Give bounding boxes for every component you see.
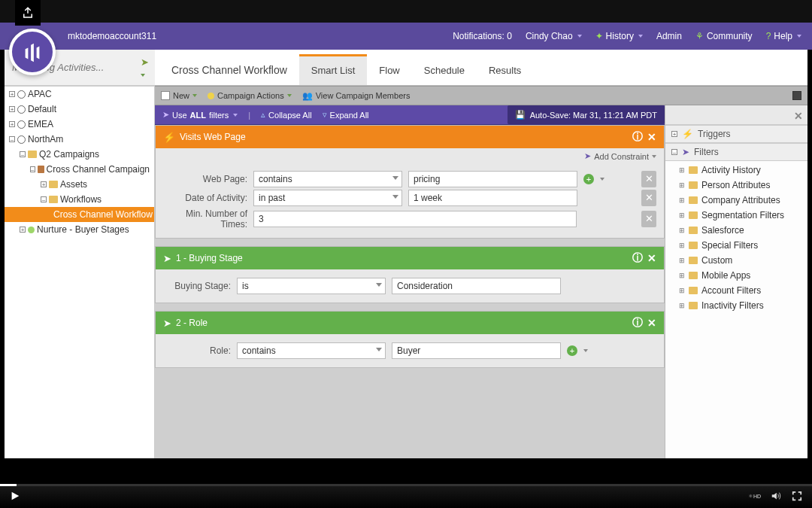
tree-node-workflows[interactable]: –Workflows xyxy=(5,192,154,207)
chevron-down-icon xyxy=(287,94,292,97)
volume-button[interactable] xyxy=(770,490,782,502)
content: ➤ +APAC +Default +EMEA –NorthAm –Q2 Camp… xyxy=(5,50,807,458)
operator-select[interactable]: contains xyxy=(237,342,386,359)
card-header[interactable]: ➤ 2 - Role ⓘ ✕ xyxy=(156,312,664,334)
page-title: Cross Channel Workflow xyxy=(159,53,299,85)
rp-item[interactable]: ⊞Person Attributes xyxy=(665,178,807,193)
remove-button[interactable]: ✕ xyxy=(641,211,656,227)
add-constraint-button[interactable]: ➤Add Constraint xyxy=(584,151,656,161)
card-header[interactable]: ⚡ Visits Web Page ⓘ ✕ xyxy=(156,126,664,148)
globe-icon xyxy=(17,90,26,99)
rp-item[interactable]: ⊞Segmentation Filters xyxy=(665,208,807,223)
history-menu[interactable]: ✦History xyxy=(595,31,643,41)
close-button[interactable]: ✕ xyxy=(647,317,656,329)
value-input[interactable]: Consideration xyxy=(392,278,561,294)
operator-select[interactable]: is xyxy=(237,278,386,294)
folder-icon xyxy=(689,196,698,204)
operator-select[interactable]: in past xyxy=(253,190,402,206)
tree-node-ccw[interactable]: Cross Channel Workflow xyxy=(5,207,154,222)
label: Date of Activity: xyxy=(163,193,247,203)
value-input[interactable]: pricing xyxy=(408,171,577,187)
tree-node-assets[interactable]: +Assets xyxy=(5,177,154,192)
card-role: ➤ 2 - Role ⓘ ✕ Role: contains Buye xyxy=(155,311,665,368)
collapse-all-button[interactable]: ▵Collapse All xyxy=(261,110,311,120)
chevron-down-icon xyxy=(192,94,197,97)
info-button[interactable]: ⓘ xyxy=(632,130,643,144)
value-input[interactable]: 1 week xyxy=(408,190,577,206)
globe-icon xyxy=(17,105,26,114)
tree-node-default[interactable]: +Default xyxy=(5,102,154,117)
rp-item[interactable]: ⊞Special Filters xyxy=(665,238,807,253)
card-header[interactable]: ➤ 1 - Buying Stage ⓘ ✕ xyxy=(156,247,664,269)
tree: +APAC +Default +EMEA –NorthAm –Q2 Campai… xyxy=(5,86,155,458)
tree-node-ccc[interactable]: –Cross Channel Campaign xyxy=(5,162,154,177)
folder-icon xyxy=(689,272,698,279)
new-button[interactable]: New xyxy=(161,91,197,100)
canvas: ⚡ Visits Web Page ⓘ ✕ ➤Add Constraint xyxy=(155,125,665,458)
svg-point-0 xyxy=(750,495,752,497)
remove-button[interactable]: ✕ xyxy=(641,190,656,206)
tab-flow[interactable]: Flow xyxy=(367,54,411,85)
operator-select[interactable]: contains xyxy=(253,171,402,187)
tree-node-q2[interactable]: –Q2 Campaigns xyxy=(5,147,154,162)
rp-item[interactable]: ⊞Activity History xyxy=(665,163,807,178)
chevron-down-icon xyxy=(797,35,801,38)
remove-button[interactable]: ✕ xyxy=(641,171,656,187)
rp-item[interactable]: ⊞Mobile Apps xyxy=(665,268,807,283)
add-button[interactable]: + xyxy=(567,345,577,356)
tree-node-northam[interactable]: –NorthAm xyxy=(5,132,154,147)
main-area: ➤ Use ALL filters | ▵Collapse All ▿Expan… xyxy=(155,105,807,458)
user-menu[interactable]: Cindy Chao xyxy=(526,31,582,41)
folder-icon xyxy=(49,181,58,188)
value-input[interactable]: 3 xyxy=(253,211,577,227)
help-menu[interactable]: ?Help xyxy=(766,31,801,41)
triggers-header[interactable]: +⚡Triggers xyxy=(665,125,807,143)
chevron-down-icon xyxy=(638,35,643,38)
rp-item[interactable]: ⊞Account Filters xyxy=(665,283,807,298)
tree-node-nurture[interactable]: +Nurture - Buyer Stages xyxy=(5,222,154,237)
view-members-button[interactable]: 👥View Campaign Members xyxy=(302,91,411,101)
value-input[interactable]: Buyer xyxy=(392,342,561,359)
close-button[interactable]: ✕ xyxy=(647,131,656,143)
rp-item[interactable]: ⊞Company Attributes xyxy=(665,193,807,208)
top-header: mktodemoaccount311 Notifications: 0 Cind… xyxy=(0,23,812,50)
info-button[interactable]: ⓘ xyxy=(632,316,643,330)
share-button[interactable] xyxy=(15,0,41,26)
label: Min. Number of Times: xyxy=(163,208,247,230)
campaign-actions-button[interactable]: Campaign Actions xyxy=(208,91,292,100)
tab-results[interactable]: Results xyxy=(477,54,533,85)
rp-item[interactable]: ⊞Custom xyxy=(665,253,807,268)
folder-icon xyxy=(689,181,698,189)
info-button[interactable]: ⓘ xyxy=(632,251,643,265)
add-button[interactable]: + xyxy=(583,174,594,184)
bulb-icon xyxy=(208,93,214,99)
close-button[interactable]: ✕ xyxy=(647,252,656,264)
community-link[interactable]: ⚘Community xyxy=(695,31,753,41)
notifications[interactable]: Notifications: 0 xyxy=(453,31,512,41)
settings-button[interactable]: HD xyxy=(749,490,761,502)
rp-item[interactable]: ⊞Salesforce xyxy=(665,223,807,238)
marketo-logo[interactable] xyxy=(9,29,56,75)
card-visits-web-page: ⚡ Visits Web Page ⓘ ✕ ➤Add Constraint xyxy=(155,125,665,239)
use-filters-selector[interactable]: ➤ Use ALL filters xyxy=(162,110,238,120)
share-icon xyxy=(21,6,35,20)
fullscreen-button[interactable] xyxy=(791,490,803,502)
gear-icon xyxy=(749,491,753,501)
tab-smartlist[interactable]: Smart List xyxy=(299,54,368,85)
folder-icon xyxy=(689,287,698,294)
tree-node-apac[interactable]: +APAC xyxy=(5,87,154,102)
close-panel-button[interactable]: ✕ xyxy=(794,110,803,122)
play-button[interactable] xyxy=(9,490,21,502)
left-sidebar: ➤ +APAC +Default +EMEA –NorthAm –Q2 Camp… xyxy=(5,50,155,458)
constraint-row: ➤Add Constraint xyxy=(156,148,664,163)
rp-item[interactable]: ⊞Inactivity Filters xyxy=(665,298,807,313)
filters-list: ⊞Activity History ⊞Person Attributes ⊞Co… xyxy=(665,161,807,315)
calendar-button[interactable] xyxy=(792,91,801,100)
expand-all-button[interactable]: ▿Expand All xyxy=(323,110,369,120)
tree-node-emea[interactable]: +EMEA xyxy=(5,117,154,132)
filters-header[interactable]: –➤Filters xyxy=(665,143,807,161)
progress-bar[interactable] xyxy=(0,484,812,486)
admin-link[interactable]: Admin xyxy=(656,31,682,41)
filter-icon[interactable]: ➤ xyxy=(141,56,150,79)
tab-schedule[interactable]: Schedule xyxy=(412,54,477,85)
